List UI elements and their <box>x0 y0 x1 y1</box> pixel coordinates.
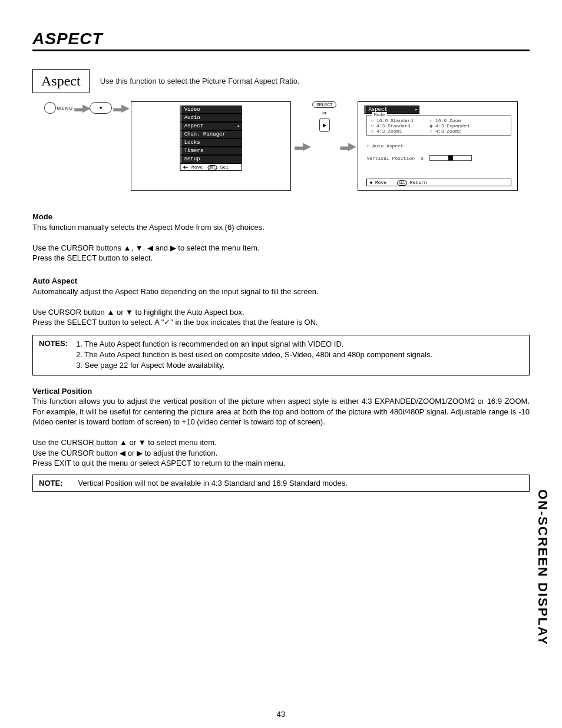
body-paragraph: Use the CURSOR buttons ▲, ▼, ◀ and ▶ to … <box>32 243 530 253</box>
mode-group: Mode 16:9 Standard 4:3 Standard 4:3 Zoom… <box>366 115 511 136</box>
note-label: NOTE: <box>39 479 62 487</box>
body-paragraph: This function manually selects the Aspec… <box>32 222 530 233</box>
mode-heading: Mode <box>32 212 530 222</box>
note-line: 1. The Auto Aspect function is recommend… <box>76 339 432 350</box>
body-paragraph: Use CURSOR button ▲ or ▼ to highlight th… <box>32 307 530 318</box>
main-menu-screenshot: Video Audio Aspect Chan. Manager Locks T… <box>131 101 291 191</box>
mode-option: 16:9 Zoom <box>429 118 469 123</box>
mode-legend: Mode <box>372 112 386 117</box>
mode-option: 4:3 Zoom2 <box>429 129 469 134</box>
menu-item: Chan. Manager <box>180 130 242 139</box>
arrow-icon: ▬▶ <box>340 140 354 153</box>
menu-footer: ◆▸ Move SEL Sel <box>180 163 242 171</box>
note-line: 3. See page 22 for Aspect Mode availabil… <box>76 360 432 371</box>
slider-icon <box>429 155 472 161</box>
menu-item-selected: Aspect <box>180 122 242 130</box>
arrow-icon: ▬▶ <box>74 101 88 114</box>
aspect-footer: ◆ Move SEL Return <box>366 179 511 186</box>
or-label: or <box>322 110 326 116</box>
remote-menu-group: MENU ▬▶ ▼ ▬▶ <box>44 101 128 114</box>
select-or-play: SELECT or ▶ <box>312 101 336 132</box>
vertical-position-heading: Vertical Position <box>32 386 530 397</box>
notes-box: NOTES: 1. The Auto Aspect function is re… <box>32 335 530 375</box>
mode-option: 4:3 Zoom1 <box>371 129 413 134</box>
aspect-menu-screenshot: Aspect Mode 16:9 Standard 4:3 Standard 4… <box>358 101 518 191</box>
select-button-icon: SELECT <box>312 101 336 108</box>
menu-item: Setup <box>180 155 242 163</box>
body-paragraph: Press EXIT to quit the menu or select AS… <box>32 458 530 469</box>
arrow-icon: ▬▶ <box>295 140 309 153</box>
note-line: 2. The Auto Aspect function is best used… <box>76 350 432 360</box>
page-title: ASPECT <box>32 29 530 51</box>
play-button-icon: ▶ <box>319 118 330 132</box>
menu-label: MENU <box>57 106 74 111</box>
side-tab-label: ON-SCREEN DISPLAY <box>535 489 550 645</box>
body-paragraph: This function allows you to adjust the v… <box>32 396 530 427</box>
menu-item: Locks <box>180 139 242 147</box>
body-paragraph: Use the CURSOR button ◀ or ▶ to adjust t… <box>32 448 530 459</box>
note-box: NOTE: Vertical Position will not be avai… <box>32 475 530 492</box>
dial-icon <box>44 102 56 114</box>
mode-option: 4:3 Standard <box>371 123 413 129</box>
auto-aspect-line: Auto Aspect <box>366 143 511 149</box>
notes-label: NOTES: <box>39 339 68 371</box>
body-paragraph: Use the CURSOR button ▲ or ▼ to select m… <box>32 437 530 448</box>
section-label-box: Aspect <box>32 69 90 93</box>
vertical-position-line: Vertical Position 0 <box>366 155 511 161</box>
section-description: Use this function to select the Picture … <box>100 77 300 85</box>
diagram-row: MENU ▬▶ ▼ ▬▶ Video Audio Aspect Chan. Ma… <box>32 101 530 191</box>
body-paragraph: Automatically adjust the Aspect Ratio de… <box>32 286 530 297</box>
note-text: Vertical Position will not be available … <box>78 479 347 487</box>
menu-item: Video <box>180 106 242 114</box>
menu-item: Timers <box>180 147 242 155</box>
menu-item: Audio <box>180 114 242 122</box>
mode-option: 16:9 Standard <box>371 118 413 123</box>
mode-option-selected: 4:3 Expanded <box>429 123 469 129</box>
page-number: 43 <box>277 710 285 719</box>
auto-aspect-heading: Auto Aspect <box>32 276 530 286</box>
dpad-icon: ▼ <box>90 102 112 114</box>
body-paragraph: Press the SELECT button to select. A "✓"… <box>32 317 530 328</box>
body-paragraph: Press the SELECT button to select. <box>32 253 530 263</box>
arrow-icon: ▬▶ <box>113 101 127 114</box>
